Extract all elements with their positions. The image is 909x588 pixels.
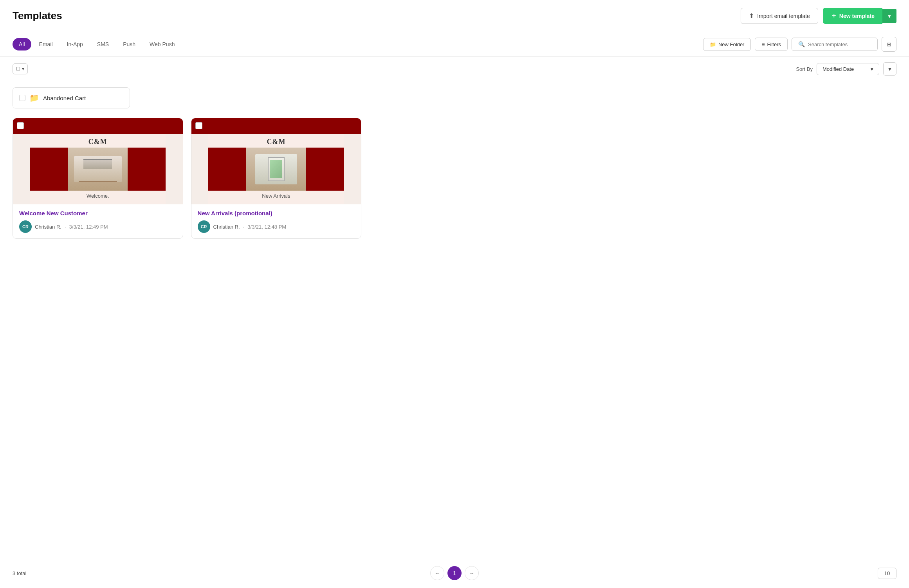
- chevron-down-icon: ▼: [887, 14, 892, 19]
- email-room-image-0: [30, 148, 166, 191]
- checkbox-icon: ☐: [16, 66, 20, 72]
- filter-icon: ≡: [761, 41, 765, 47]
- folder-icon: 📁: [710, 41, 716, 47]
- prev-icon: ←: [435, 570, 440, 576]
- sort-wrap: Sort By Modified Date ▾ ▼: [796, 62, 896, 76]
- email-preview-1: C&M: [191, 118, 361, 204]
- toolbar-row: ☐ ▾ Sort By Modified Date ▾ ▼: [0, 57, 909, 81]
- view-toggle-button[interactable]: ⊞: [882, 37, 896, 52]
- import-btn-label: Import email template: [757, 13, 810, 19]
- search-box: 🔍: [792, 38, 878, 51]
- filters-button[interactable]: ≡ Filters: [755, 38, 788, 51]
- tab-inapp-label: In-App: [67, 41, 83, 47]
- tab-sms[interactable]: SMS: [91, 38, 115, 51]
- tab-push[interactable]: Push: [117, 38, 142, 51]
- template-grid: C&M: [13, 118, 896, 239]
- filters-label: Filters: [767, 41, 781, 47]
- folder-abandoned-cart[interactable]: 📁 Abandoned Cart: [13, 87, 130, 108]
- sort-select[interactable]: Modified Date ▾: [817, 63, 879, 75]
- select-all-button[interactable]: ☐ ▾: [13, 63, 28, 74]
- email-header-bar: [13, 118, 183, 134]
- grid-list-icon: ⊞: [887, 41, 891, 47]
- card-meta-0: CR Christian R. · 3/3/21, 12:49 PM: [19, 220, 177, 233]
- header-actions: ⬆ Import email template ＋ New template ▼: [741, 8, 896, 24]
- page-title: Templates: [13, 10, 62, 22]
- next-icon: →: [469, 570, 474, 576]
- new-template-dropdown-button[interactable]: ▼: [882, 9, 896, 23]
- page-1-button[interactable]: 1: [447, 566, 462, 580]
- main-content: 📁 Abandoned Cart C&M: [0, 81, 909, 558]
- tab-inapp[interactable]: In-App: [61, 38, 89, 51]
- upload-icon: ⬆: [749, 12, 754, 20]
- template-card[interactable]: C&M: [191, 118, 362, 239]
- card-title-1[interactable]: New Arrivals (promotional): [198, 210, 355, 216]
- new-folder-button[interactable]: 📁 New Folder: [703, 38, 751, 51]
- card-info-1: New Arrivals (promotional) CR Christian …: [191, 204, 361, 238]
- folder-icon: 📁: [29, 93, 39, 103]
- folder-name: Abandoned Cart: [43, 95, 86, 101]
- sort-chevron-icon: ▾: [871, 66, 873, 72]
- dropdown-arrow-icon: ▾: [22, 66, 24, 72]
- card-author-1: Christian R.: [213, 224, 240, 230]
- new-template-split-button: ＋ New template ▼: [823, 8, 896, 24]
- tab-push-label: Push: [123, 41, 135, 47]
- card-checkbox-1[interactable]: [195, 122, 202, 129]
- page-header: Templates ⬆ Import email template ＋ New …: [0, 0, 909, 32]
- email-brand-0: C&M: [88, 138, 107, 146]
- new-template-label: New template: [839, 13, 875, 19]
- sort-value: Modified Date: [822, 66, 854, 72]
- tab-webpush-label: Web Push: [150, 41, 175, 47]
- tab-sms-label: SMS: [97, 41, 109, 47]
- email-preview-0: C&M: [13, 118, 183, 204]
- search-icon: 🔍: [798, 41, 805, 47]
- import-email-template-button[interactable]: ⬆ Import email template: [741, 8, 818, 24]
- sort-direction-icon: ▼: [887, 66, 893, 72]
- email-room-image-1: [208, 148, 344, 191]
- folder-checkbox[interactable]: [19, 95, 25, 101]
- new-template-button[interactable]: ＋ New template: [823, 8, 882, 24]
- pagination-controls: ← 1 →: [430, 566, 479, 580]
- card-image-wrap: C&M: [13, 118, 183, 204]
- dot-separator-0: ·: [65, 224, 66, 230]
- pagination-bar: 3 total ← 1 →: [0, 558, 909, 588]
- total-count: 3 total: [13, 570, 26, 576]
- card-meta-1: CR Christian R. · 3/3/21, 12:48 PM: [198, 220, 355, 233]
- sort-label: Sort By: [796, 66, 813, 72]
- tab-email[interactable]: Email: [33, 38, 59, 51]
- email-brand-1: C&M: [267, 138, 285, 146]
- card-author-0: Christian R.: [35, 224, 61, 230]
- new-folder-label: New Folder: [718, 41, 744, 47]
- tab-all-label: All: [19, 41, 25, 47]
- email-caption-0: Welcome.: [87, 191, 109, 201]
- email-body-1: C&M: [208, 134, 344, 204]
- avatar-1: CR: [198, 220, 210, 233]
- page-1-label: 1: [453, 570, 456, 576]
- tab-webpush[interactable]: Web Push: [143, 38, 181, 51]
- plus-icon: ＋: [831, 12, 837, 20]
- email-caption-1: New Arrivals: [262, 191, 290, 201]
- avatar-0: CR: [19, 220, 32, 233]
- email-body: C&M: [30, 134, 166, 204]
- sort-direction-button[interactable]: ▼: [883, 62, 896, 76]
- card-date-1: 3/3/21, 12:48 PM: [247, 224, 286, 230]
- card-title-0[interactable]: Welcome New Customer: [19, 210, 177, 216]
- nav-bar: All Email In-App SMS Push Web Push 📁 New…: [0, 32, 909, 57]
- card-image-wrap-1: C&M: [191, 118, 361, 204]
- card-checkbox-0[interactable]: [17, 122, 24, 129]
- card-info-0: Welcome New Customer CR Christian R. · 3…: [13, 204, 183, 238]
- email-header-bar-1: [191, 118, 361, 134]
- tab-email-label: Email: [39, 41, 53, 47]
- tab-all[interactable]: All: [13, 38, 31, 51]
- page-size-input[interactable]: [878, 568, 896, 579]
- next-page-button[interactable]: →: [465, 566, 479, 580]
- select-all-wrap: ☐ ▾: [13, 63, 28, 74]
- card-date-0: 3/3/21, 12:49 PM: [69, 224, 108, 230]
- template-card[interactable]: C&M: [13, 118, 183, 239]
- dot-separator-1: ·: [243, 224, 245, 230]
- search-input[interactable]: [808, 41, 871, 47]
- prev-page-button[interactable]: ←: [430, 566, 444, 580]
